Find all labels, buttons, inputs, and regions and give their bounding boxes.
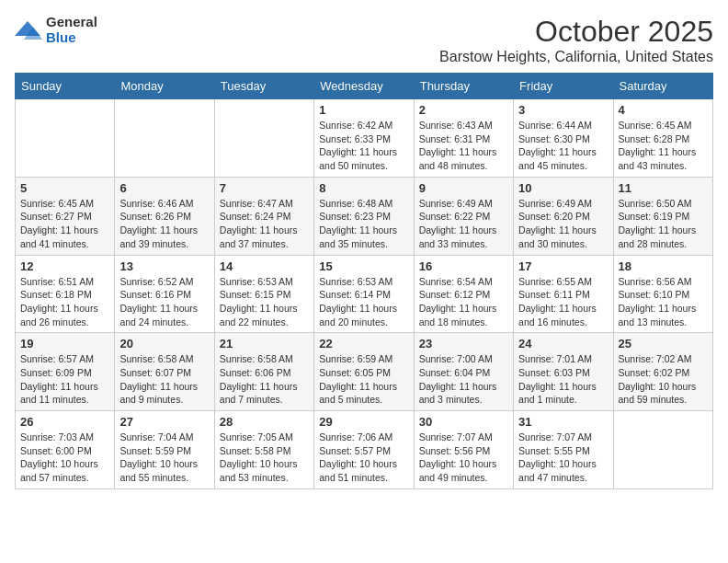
calendar-cell: 17Sunrise: 6:55 AM Sunset: 6:11 PM Dayli… (514, 255, 613, 333)
day-number: 5 (20, 181, 109, 195)
day-number: 27 (119, 415, 209, 429)
day-number: 31 (518, 415, 608, 429)
day-number: 1 (319, 103, 408, 117)
day-info: Sunrise: 6:45 AM Sunset: 6:28 PM Dayligh… (619, 119, 708, 173)
day-header-thursday: Thursday (414, 74, 513, 99)
day-info: Sunrise: 6:54 AM Sunset: 6:12 PM Dayligh… (419, 275, 508, 329)
calendar-cell: 12Sunrise: 6:51 AM Sunset: 6:18 PM Dayli… (16, 255, 115, 333)
calendar-cell: 20Sunrise: 6:58 AM Sunset: 6:07 PM Dayli… (115, 333, 214, 411)
calendar-cell: 24Sunrise: 7:01 AM Sunset: 6:03 PM Dayli… (514, 333, 613, 411)
calendar-week-4: 19Sunrise: 6:57 AM Sunset: 6:09 PM Dayli… (16, 333, 713, 411)
day-info: Sunrise: 7:03 AM Sunset: 6:00 PM Dayligh… (20, 431, 109, 485)
day-info: Sunrise: 6:52 AM Sunset: 6:16 PM Dayligh… (119, 275, 209, 329)
day-number: 12 (20, 259, 109, 273)
calendar-cell: 30Sunrise: 7:07 AM Sunset: 5:56 PM Dayli… (414, 411, 513, 489)
calendar-header-row: SundayMondayTuesdayWednesdayThursdayFrid… (16, 74, 713, 99)
day-number: 30 (419, 415, 508, 429)
day-info: Sunrise: 6:44 AM Sunset: 6:30 PM Dayligh… (518, 119, 608, 173)
logo-blue-text: Blue (46, 30, 97, 46)
day-number: 21 (220, 337, 309, 350)
day-number: 2 (419, 103, 508, 117)
calendar-week-1: 1Sunrise: 6:42 AM Sunset: 6:33 PM Daylig… (16, 99, 713, 178)
calendar-cell: 23Sunrise: 7:00 AM Sunset: 6:04 PM Dayli… (414, 333, 513, 411)
calendar-cell: 15Sunrise: 6:53 AM Sunset: 6:14 PM Dayli… (314, 255, 414, 333)
day-number: 15 (319, 259, 408, 273)
day-info: Sunrise: 7:00 AM Sunset: 6:04 PM Dayligh… (419, 352, 508, 407)
calendar-cell: 4Sunrise: 6:45 AM Sunset: 6:28 PM Daylig… (613, 99, 712, 178)
day-number: 28 (220, 415, 309, 429)
day-number: 11 (619, 181, 708, 195)
day-number: 9 (419, 181, 508, 195)
calendar-cell: 16Sunrise: 6:54 AM Sunset: 6:12 PM Dayli… (414, 255, 513, 333)
day-info: Sunrise: 6:45 AM Sunset: 6:27 PM Dayligh… (20, 197, 109, 251)
calendar-cell: 31Sunrise: 7:07 AM Sunset: 5:55 PM Dayli… (514, 411, 613, 489)
calendar-cell: 26Sunrise: 7:03 AM Sunset: 6:00 PM Dayli… (16, 411, 115, 489)
day-header-wednesday: Wednesday (314, 74, 414, 99)
day-number: 19 (20, 337, 109, 350)
day-number: 24 (518, 337, 608, 350)
calendar-cell: 25Sunrise: 7:02 AM Sunset: 6:02 PM Dayli… (613, 333, 712, 411)
day-info: Sunrise: 6:58 AM Sunset: 6:06 PM Dayligh… (220, 352, 309, 407)
day-info: Sunrise: 7:02 AM Sunset: 6:02 PM Dayligh… (619, 352, 708, 407)
title-section: October 2025 Barstow Heights, California… (439, 15, 713, 65)
calendar-cell: 2Sunrise: 6:43 AM Sunset: 6:31 PM Daylig… (414, 99, 513, 178)
calendar-table: SundayMondayTuesdayWednesdayThursdayFrid… (15, 73, 713, 489)
day-info: Sunrise: 7:07 AM Sunset: 5:55 PM Dayligh… (518, 431, 608, 485)
day-number: 17 (518, 259, 608, 273)
calendar-cell (613, 411, 712, 489)
calendar-cell: 9Sunrise: 6:49 AM Sunset: 6:22 PM Daylig… (414, 177, 513, 255)
day-header-monday: Monday (115, 74, 214, 99)
day-info: Sunrise: 7:05 AM Sunset: 5:58 PM Dayligh… (220, 431, 309, 485)
day-info: Sunrise: 7:01 AM Sunset: 6:03 PM Dayligh… (518, 352, 608, 407)
day-number: 7 (220, 181, 309, 195)
logo-general-text: General (46, 15, 97, 30)
day-number: 13 (119, 259, 209, 273)
day-header-sunday: Sunday (16, 74, 115, 99)
day-number: 23 (419, 337, 508, 350)
calendar-cell (214, 99, 313, 178)
day-number: 22 (319, 337, 408, 350)
day-info: Sunrise: 6:51 AM Sunset: 6:18 PM Dayligh… (20, 275, 109, 329)
day-header-friday: Friday (514, 74, 613, 99)
month-title: October 2025 (439, 15, 713, 49)
day-number: 8 (319, 181, 408, 195)
day-number: 4 (619, 103, 708, 117)
calendar-cell: 13Sunrise: 6:52 AM Sunset: 6:16 PM Dayli… (115, 255, 214, 333)
calendar-cell: 3Sunrise: 6:44 AM Sunset: 6:30 PM Daylig… (514, 99, 613, 178)
day-info: Sunrise: 6:49 AM Sunset: 6:22 PM Dayligh… (419, 197, 508, 251)
day-info: Sunrise: 6:50 AM Sunset: 6:19 PM Dayligh… (619, 197, 708, 251)
day-info: Sunrise: 6:46 AM Sunset: 6:26 PM Dayligh… (119, 197, 209, 251)
calendar-week-2: 5Sunrise: 6:45 AM Sunset: 6:27 PM Daylig… (16, 177, 713, 255)
calendar-cell: 1Sunrise: 6:42 AM Sunset: 6:33 PM Daylig… (314, 99, 414, 178)
day-number: 18 (619, 259, 708, 273)
day-number: 14 (220, 259, 309, 273)
day-info: Sunrise: 7:07 AM Sunset: 5:56 PM Dayligh… (419, 431, 508, 485)
day-header-tuesday: Tuesday (214, 74, 313, 99)
day-info: Sunrise: 6:43 AM Sunset: 6:31 PM Dayligh… (419, 119, 508, 173)
calendar-cell: 5Sunrise: 6:45 AM Sunset: 6:27 PM Daylig… (16, 177, 115, 255)
calendar-cell: 7Sunrise: 6:47 AM Sunset: 6:24 PM Daylig… (214, 177, 313, 255)
location-title: Barstow Heights, California, United Stat… (439, 49, 713, 65)
calendar-cell: 11Sunrise: 6:50 AM Sunset: 6:19 PM Dayli… (613, 177, 712, 255)
calendar-cell: 22Sunrise: 6:59 AM Sunset: 6:05 PM Dayli… (314, 333, 414, 411)
day-info: Sunrise: 6:53 AM Sunset: 6:15 PM Dayligh… (220, 275, 309, 329)
calendar-cell: 27Sunrise: 7:04 AM Sunset: 5:59 PM Dayli… (115, 411, 214, 489)
day-info: Sunrise: 6:47 AM Sunset: 6:24 PM Dayligh… (220, 197, 309, 251)
page-header: General Blue October 2025 Barstow Height… (15, 15, 713, 65)
day-number: 29 (319, 415, 408, 429)
calendar-cell: 18Sunrise: 6:56 AM Sunset: 6:10 PM Dayli… (613, 255, 712, 333)
day-info: Sunrise: 6:59 AM Sunset: 6:05 PM Dayligh… (319, 352, 408, 407)
logo: General Blue (15, 15, 97, 45)
day-info: Sunrise: 6:55 AM Sunset: 6:11 PM Dayligh… (518, 275, 608, 329)
day-number: 25 (619, 337, 708, 350)
logo-text: General Blue (46, 15, 97, 45)
day-info: Sunrise: 6:42 AM Sunset: 6:33 PM Dayligh… (319, 119, 408, 173)
calendar-cell (115, 99, 214, 178)
day-header-saturday: Saturday (613, 74, 712, 99)
calendar-cell (16, 99, 115, 178)
day-info: Sunrise: 6:56 AM Sunset: 6:10 PM Dayligh… (619, 275, 708, 329)
calendar-week-5: 26Sunrise: 7:03 AM Sunset: 6:00 PM Dayli… (16, 411, 713, 489)
calendar-cell: 8Sunrise: 6:48 AM Sunset: 6:23 PM Daylig… (314, 177, 414, 255)
day-number: 6 (119, 181, 209, 195)
day-info: Sunrise: 6:58 AM Sunset: 6:07 PM Dayligh… (119, 352, 209, 407)
